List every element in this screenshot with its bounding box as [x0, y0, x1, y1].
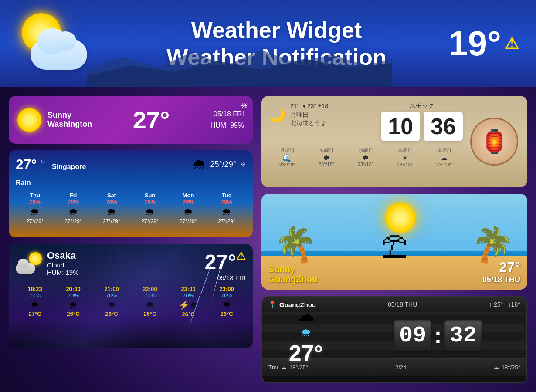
sunny-humidity: HUM: 99%: [210, 120, 244, 131]
rain-forecast-day: Fri 70% 🌧 27°/29°: [54, 192, 92, 224]
sunny-sun-icon: [17, 108, 41, 132]
rain-forecast-day: Thu 70% 🌧 27°/29°: [16, 192, 54, 224]
title-line1: Weather Widget: [191, 17, 362, 43]
beach-info-right: 27° 05/18 THU: [482, 259, 520, 284]
rain-right: 🌧 25°/29° ❊: [192, 156, 246, 172]
rain-temp: 27° ○ Singapore Rain: [16, 156, 86, 189]
beach-city: GuangZhou: [268, 274, 317, 284]
dark-footer-left: Tmr ☁ 18°/25°: [268, 364, 308, 371]
rain-forecast-day: Sun 70% 🌧 27°/29°: [131, 192, 169, 224]
rain-forecast-day: Sat 70% 🌧 27°/29°: [92, 192, 131, 224]
dark-footer-mid: 2/24: [395, 364, 406, 371]
osaka-hourly-item: 22:00 70% 🌧 26°C: [131, 286, 169, 318]
rain-header: 27° ○ Singapore Rain 🌧 25°/29° ❊: [16, 156, 246, 189]
osaka-hourly-item: 23:00 70% ⚡🌧 26°C: [169, 286, 207, 318]
dark-main-temp: 27°: [289, 340, 323, 366]
dark-cloud-icon: ☁: [297, 304, 315, 324]
rain-forecast-row: Thu 70% 🌧 27°/29° Fri 70% 🌧 27°/29° Sat …: [16, 192, 246, 224]
rain-temp-range: 25°/29°: [210, 160, 236, 169]
beach-info-left: Sunny GuangZhou: [268, 264, 317, 284]
sunny-date: 05/18 FRI: [210, 108, 244, 120]
dark-weather-left: ☁ 🌧 27°: [262, 312, 349, 358]
jp-art-circle: 🏮: [470, 118, 518, 166]
sunny-date-info: 05/18 FRI HUM: 99%: [210, 108, 244, 131]
dark-clock-colon: :: [434, 322, 441, 348]
jp-moon-icon: 🌙: [268, 106, 286, 123]
osaka-hourly-row: 18:23 70% 🌧 27°C 20:00 70% 🌧 26°C 21:00 …: [16, 286, 246, 318]
osaka-hourly-item: 23:00 70% 🌧 26°C: [207, 286, 246, 318]
jp-clock: 10 36: [381, 112, 463, 141]
sunny-sparkle-icon: ❊: [241, 101, 248, 111]
osaka-city: Osaka: [47, 250, 79, 261]
jp-forecast-day: 月曜日 🌊 23°/18°: [268, 147, 306, 167]
dark-date: 05/18 THU: [388, 301, 417, 308]
cloud-icon: [31, 39, 87, 70]
dark-clock-minute: 32: [444, 320, 482, 351]
dark-temp-range: ↑ 25° ↓18°: [489, 301, 520, 308]
beach-condition: Sunny: [268, 264, 317, 274]
dark-clock-right: 09 : 32: [349, 312, 526, 358]
beach-sun: [385, 203, 416, 233]
main-content: Sunny Washington 27° 05/18 FRI HUM: 99% …: [0, 87, 536, 392]
osaka-hourly-item: 20:00 70% 🌧 26°C: [54, 286, 92, 318]
rain-sparkle: ❊: [241, 161, 246, 168]
mountain-background: [87, 44, 392, 87]
jp-clock-hour: 10: [381, 112, 420, 141]
osaka-hourly-item: 18:23 70% 🌧 27°C: [16, 286, 54, 318]
pin-icon: 📍: [268, 301, 277, 308]
right-column: 🌙 21° ▼23° ±18° 月曜日 北海道とうま スモッグ: [261, 96, 527, 383]
rain-cloud-icon: 🌧: [192, 156, 206, 172]
beach-umbrella-icon: ⛱: [381, 233, 407, 263]
osaka-info: Osaka Cloud HUM: 19%: [47, 250, 79, 276]
osaka-weather-icon: [16, 252, 42, 274]
palm-left-icon: 🌴: [271, 221, 322, 269]
warning-icon: ⚠: [505, 34, 519, 53]
widget-jp-clock: 🌙 21° ▼23° ±18° 月曜日 北海道とうま スモッグ: [261, 96, 527, 187]
jp-smog: スモッグ: [381, 102, 463, 110]
osaka-temperature: 27° ⚠: [204, 250, 246, 274]
sunny-location-info: Sunny Washington: [47, 111, 92, 129]
rain-left: 27° ○ Singapore Rain: [16, 156, 86, 189]
osaka-warning: ⚠: [236, 250, 246, 262]
sunny-city: Washington: [47, 120, 92, 129]
osaka-cloud: [16, 263, 35, 274]
sunny-left: Sunny Washington: [17, 108, 92, 132]
dark-body: ☁ 🌧 27° 09 : 32: [262, 312, 526, 358]
dark-clock-hour: 09: [394, 320, 431, 351]
jp-weather-row: 🌙 21° ▼23° ±18° 月曜日 北海道とうま: [268, 102, 331, 128]
jp-forecast-day: 火曜日 🌧 23°/18°: [308, 147, 345, 167]
osaka-hourly-item: 21:00 70% 🌧 26°C: [92, 286, 131, 318]
osaka-right: 27° ⚠ 05/18 FRI: [204, 250, 246, 281]
beach-date: 05/18 THU: [482, 275, 520, 284]
jp-forecast-day: 木曜日 ☀ 23°/18°: [386, 147, 424, 167]
widget-sunny-washington: Sunny Washington 27° 05/18 FRI HUM: 99% …: [9, 96, 253, 144]
widget-osaka: Osaka Cloud HUM: 19% 27° ⚠ 05/18 FRI 18:…: [9, 244, 253, 348]
jp-art: 🏮: [480, 128, 509, 155]
sunny-condition: Sunny: [47, 111, 92, 120]
widget-beach: 🌴 🌴 ⛱ Sunny GuangZhou 27° 05/18 THU: [261, 194, 527, 290]
osaka-condition: Cloud: [47, 261, 79, 269]
osaka-humidity: HUM: 19%: [47, 269, 79, 276]
jp-temp-info: 21° ▼23° ±18° 月曜日 北海道とうま: [290, 102, 331, 128]
jp-clock-minute: 36: [424, 112, 463, 141]
dark-rain-icon: 🌧: [301, 326, 311, 338]
osaka-date: 05/18 FRI: [204, 274, 246, 281]
jp-left: 🌙 21° ▼23° ±18° 月曜日 北海道とうま スモッグ: [268, 102, 463, 181]
beach-temperature: 27°: [482, 259, 520, 275]
left-column: Sunny Washington 27° 05/18 FRI HUM: 99% …: [9, 96, 253, 383]
osaka-header: Osaka Cloud HUM: 19% 27° ⚠ 05/18 FRI: [16, 250, 246, 281]
widget-dark-clock: 📍 GuangZhou 05/18 THU ↑ 25° ↓18° ☁ 🌧 27°: [261, 296, 527, 383]
temperature-value: 19°: [448, 24, 501, 64]
osaka-left: Osaka Cloud HUM: 19%: [16, 250, 79, 276]
rain-forecast-day: Mon 70% 🌧 27°/29°: [169, 192, 207, 224]
dark-footer-right: ☁ 18°/25°: [493, 364, 520, 371]
header: Weather Widget Weather Notification 19° …: [0, 0, 536, 87]
header-temperature: 19° ⚠: [448, 24, 519, 64]
jp-forecast-row: 月曜日 🌊 23°/18° 火曜日 🌧 23°/18° 水曜日 🌧 23°/18…: [268, 147, 463, 167]
jp-forecast-day: 水曜日 🌧 23°/18°: [347, 147, 384, 167]
jp-right: 🏮: [468, 102, 520, 181]
sunny-temperature: 27°: [133, 106, 170, 134]
widget-singapore-rain: 27° ○ Singapore Rain 🌧 25°/29° ❊ Thu 70%: [9, 150, 253, 237]
jp-forecast-day: 金曜日 ☁ 23°/18°: [425, 147, 463, 167]
rain-forecast-day: Tue 70% 🌧 27°/29°: [207, 192, 246, 224]
